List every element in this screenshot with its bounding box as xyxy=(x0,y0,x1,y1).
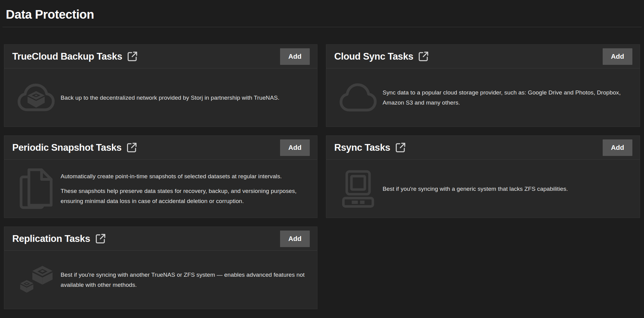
card-periodic-snapshot-tasks: Periodic Snapshot Tasks Add xyxy=(4,135,317,218)
card-header: Cloud Sync Tasks Add xyxy=(326,45,640,68)
title-divider xyxy=(2,27,642,27)
replication-cubes-icon xyxy=(17,263,55,297)
add-rsync-button[interactable]: Add xyxy=(603,139,632,156)
external-link-icon[interactable] xyxy=(95,233,106,244)
add-truecloud-backup-button[interactable]: Add xyxy=(280,48,310,65)
card-body: Best if you're syncing with another True… xyxy=(4,251,317,309)
card-description: Sync data to a popular cloud storage pro… xyxy=(383,87,629,108)
card-header: Periodic Snapshot Tasks Add xyxy=(4,136,317,160)
truecloud-backup-tasks-title[interactable]: TrueCloud Backup Tasks xyxy=(12,45,122,68)
card-description: Back up to the decentralized network pro… xyxy=(61,93,279,103)
cards-grid: TrueCloud Backup Tasks Add xyxy=(4,44,640,309)
snapshot-documents-icon xyxy=(17,167,55,210)
card-rsync-tasks: Rsync Tasks Add xyxy=(326,135,640,218)
card-description: Best if you're syncing with a generic sy… xyxy=(383,184,568,194)
computer-icon xyxy=(339,169,377,208)
card-header: Replication Tasks Add xyxy=(4,227,317,251)
external-link-icon[interactable] xyxy=(395,142,406,153)
storj-cloud-icon xyxy=(17,83,55,112)
add-periodic-snapshot-button[interactable]: Add xyxy=(280,139,310,156)
card-description: Best if you're syncing with another True… xyxy=(61,270,306,290)
cloud-icon xyxy=(339,83,377,112)
card-header: Rsync Tasks Add xyxy=(326,136,640,160)
card-description: Automatically create point-in-time snaps… xyxy=(61,171,306,206)
add-replication-button[interactable]: Add xyxy=(280,231,310,247)
card-body: Automatically create point-in-time snaps… xyxy=(4,160,317,218)
card-body: Best if you're syncing with a generic sy… xyxy=(326,160,640,218)
periodic-snapshot-tasks-title[interactable]: Periodic Snapshot Tasks xyxy=(12,136,122,160)
data-protection-page: Data Protection TrueCloud Backup Tasks A… xyxy=(0,0,644,309)
add-cloud-sync-button[interactable]: Add xyxy=(603,48,632,65)
external-link-icon[interactable] xyxy=(127,51,138,62)
replication-tasks-title[interactable]: Replication Tasks xyxy=(12,227,90,251)
card-replication-tasks: Replication Tasks Add xyxy=(4,227,317,309)
rsync-tasks-title[interactable]: Rsync Tasks xyxy=(334,136,390,160)
card-cloud-sync-tasks: Cloud Sync Tasks Add Sync d xyxy=(326,44,640,127)
cloud-sync-tasks-title[interactable]: Cloud Sync Tasks xyxy=(334,45,413,68)
external-link-icon[interactable] xyxy=(418,51,429,62)
card-body: Back up to the decentralized network pro… xyxy=(4,68,317,127)
card-truecloud-backup-tasks: TrueCloud Backup Tasks Add xyxy=(4,44,317,127)
page-title: Data Protection xyxy=(4,0,640,22)
external-link-icon[interactable] xyxy=(126,142,137,153)
card-body: Sync data to a popular cloud storage pro… xyxy=(326,68,640,127)
card-header: TrueCloud Backup Tasks Add xyxy=(4,45,317,68)
